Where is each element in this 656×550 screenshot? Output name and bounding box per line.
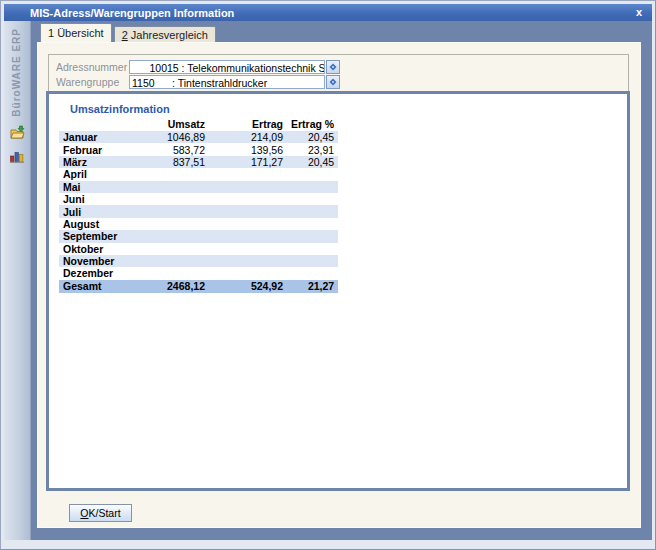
adressnummer-label: Adressnummer xyxy=(54,61,129,73)
app-window: MIS-Adress/Warengruppen Information x Bü… xyxy=(0,0,656,550)
tab-jahresvergleich[interactable]: 2 Jahresvergleich xyxy=(114,26,216,42)
ok-start-accel: O xyxy=(80,507,88,519)
panel-title: Umsatzinformation xyxy=(70,103,170,115)
table-row[interactable]: Dezember xyxy=(59,267,338,279)
ok-start-label: K/Start xyxy=(89,507,121,519)
tab-jahresvergleich-label: Jahresvergleich xyxy=(128,29,208,41)
table-row[interactable]: April xyxy=(59,168,338,180)
adressnummer-row: Adressnummer 10015 : Telekommunikationst… xyxy=(54,60,340,74)
lookup-diamond-icon xyxy=(329,63,337,71)
ok-start-button[interactable]: OK/Start xyxy=(69,504,132,522)
warengruppe-field[interactable]: 1150 : Tintenstrahldrucker xyxy=(129,75,325,89)
tab-bar: 1 Übersicht 2 Jahresvergleich xyxy=(40,23,216,42)
screen: MIS-Adress/Warengruppen Information x Bü… xyxy=(0,0,656,550)
table-row[interactable]: September xyxy=(59,230,338,242)
sidebar: BüroWARE ERP xyxy=(4,21,31,540)
warengruppe-row: Warengruppe 1150 : Tintenstrahldrucker xyxy=(54,75,340,89)
table-total-row[interactable]: Gesamt 2468,12 524,92 21,27 xyxy=(59,280,338,294)
table-row[interactable]: Juli xyxy=(59,205,338,217)
umsatz-column-header: Umsatz xyxy=(154,117,209,131)
window-body: BüroWARE ERP xyxy=(4,21,652,540)
warengruppe-label: Warengruppe xyxy=(54,76,129,88)
ertrag-column-header: Ertrag xyxy=(209,117,287,131)
statistics-icon[interactable] xyxy=(8,147,25,164)
table-header-row: Umsatz Ertrag Ertrag % xyxy=(59,117,338,131)
umsatz-table: Umsatz Ertrag Ertrag % Januar 1046,89 21… xyxy=(59,117,338,293)
lookup-diamond-icon xyxy=(329,78,337,86)
main-area: 1 Übersicht 2 Jahresvergleich Adressnumm… xyxy=(31,21,652,540)
table-row[interactable]: Juni xyxy=(59,193,338,205)
table-row[interactable]: Februar 583,72 139,56 23,91 xyxy=(59,143,338,155)
table-row[interactable]: Januar 1046,89 214,09 20,45 xyxy=(59,131,338,143)
adressnummer-field[interactable]: 10015 : Telekommunikationstechnik Seip /… xyxy=(129,60,325,74)
tab-page: Adressnummer 10015 : Telekommunikationst… xyxy=(37,42,641,528)
month-column-header xyxy=(59,117,154,131)
tab-uebersicht-label: 1 Übersicht xyxy=(48,27,104,39)
brand-vertical-text: BüroWARE ERP xyxy=(11,28,22,117)
warengruppe-lookup-button[interactable] xyxy=(326,75,340,89)
sidebar-icons xyxy=(8,124,26,164)
window-title: MIS-Adress/Warengruppen Information xyxy=(30,7,234,19)
table-row[interactable]: Oktober xyxy=(59,243,338,255)
table-row[interactable]: Mai xyxy=(59,181,338,193)
filter-groupbox: Adressnummer 10015 : Telekommunikationst… xyxy=(48,54,629,95)
table-row[interactable]: November xyxy=(59,255,338,267)
title-bar: MIS-Adress/Warengruppen Information x xyxy=(4,4,652,21)
table-row[interactable]: August xyxy=(59,218,338,230)
adressnummer-lookup-button[interactable] xyxy=(326,60,340,74)
table-row[interactable]: März 837,51 171,27 20,45 xyxy=(59,156,338,168)
tab-uebersicht[interactable]: 1 Übersicht xyxy=(40,23,112,42)
umsatz-panel: Umsatzinformation Umsatz Ertrag Ertrag % xyxy=(46,91,630,491)
close-icon[interactable]: x xyxy=(634,5,644,20)
open-folder-icon[interactable] xyxy=(8,124,25,141)
ertrag-pct-column-header: Ertrag % xyxy=(287,117,338,131)
